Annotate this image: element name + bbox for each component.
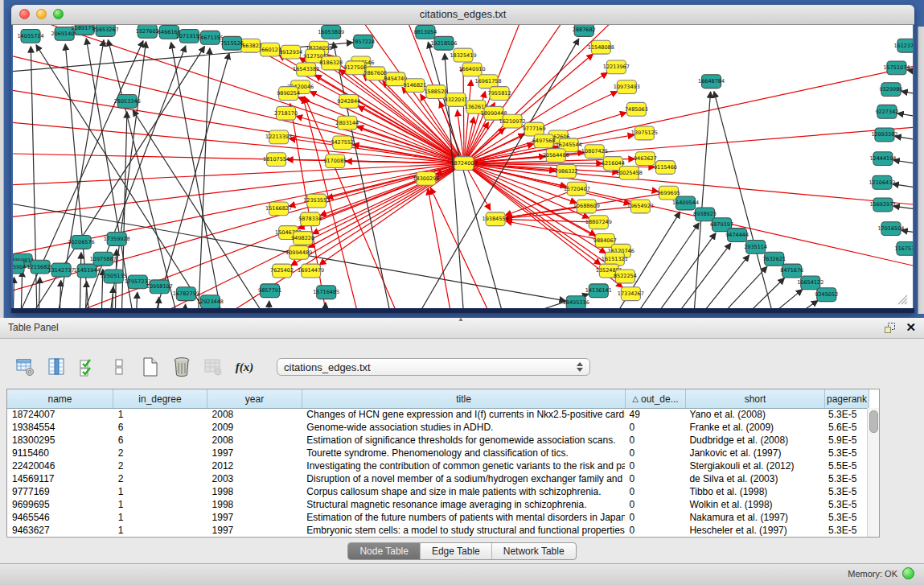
table-cell: Yano et al. (2008)	[684, 408, 823, 421]
graph-node-label: 13142737	[48, 267, 75, 274]
citation-edge-black[interactable]	[445, 54, 464, 308]
new-table-icon[interactable]	[140, 356, 161, 377]
scrollbar-thumb[interactable]	[869, 410, 878, 433]
citation-edge-red[interactable]	[464, 60, 913, 163]
table-row[interactable]: 2242004622012Investigating the contribut…	[7, 459, 868, 472]
tab-network-table[interactable]: Network Table	[492, 543, 576, 559]
graph-node-label: 10688609	[573, 203, 600, 209]
graph-node-label: 9699695	[657, 190, 680, 196]
column-header-short[interactable]: short	[686, 389, 825, 408]
table-row[interactable]: 946362711997Embryonic stem cells: a mode…	[7, 524, 868, 537]
citation-edge-red[interactable]	[13, 80, 464, 163]
table-cell: 22420046	[7, 459, 113, 472]
citation-edge-black[interactable]	[136, 292, 137, 308]
citation-edge-black[interactable]	[269, 301, 269, 308]
citation-edge-black[interactable]	[39, 277, 40, 308]
table-row[interactable]: 946554611997Estimation of the future num…	[7, 511, 868, 524]
column-header-in_degree[interactable]: in_degree	[113, 389, 207, 408]
column-header-year[interactable]: year	[207, 389, 302, 408]
citation-edge-red[interactable]	[428, 188, 452, 308]
citation-edge-black[interactable]	[109, 42, 146, 308]
column-header-pagerank[interactable]: pagerank	[825, 389, 869, 408]
table-cell: 0	[625, 434, 685, 447]
table-cell: 0	[625, 524, 685, 537]
table-toolbar: f(x) citations_edges.txt	[14, 354, 590, 380]
table-row[interactable]: 969969511998Structural magnetic resonanc…	[7, 498, 868, 511]
graph-node-label: 1527602	[136, 28, 159, 35]
citation-edge-black[interactable]	[80, 253, 81, 308]
table-cell: 1	[113, 498, 207, 511]
citation-edge-black[interactable]	[154, 53, 229, 308]
graph-node-label: 2718170	[274, 110, 298, 117]
canvas-resize-grip-icon[interactable]	[895, 294, 908, 305]
citation-edge-red[interactable]	[430, 187, 492, 308]
citation-edge-red[interactable]	[308, 163, 464, 248]
table-row[interactable]: 1456911722003Disruption of a novel membe…	[7, 472, 868, 485]
table-cell: 9463627	[7, 524, 113, 537]
table-cell: 18300295	[7, 434, 113, 447]
citation-edge-black[interactable]	[60, 280, 61, 308]
graph-node-label: 9857791	[258, 287, 281, 294]
function-builder-icon[interactable]: f(x)	[234, 356, 255, 377]
graph-node-label: 15123704	[893, 43, 913, 49]
citation-edge-red[interactable]	[463, 65, 464, 163]
tab-edge-table[interactable]: Edge Table	[421, 543, 492, 559]
citation-edge-black[interactable]	[698, 255, 749, 308]
table-row[interactable]: 911546021997Tourette syndrome. Phenomeno…	[7, 447, 868, 459]
graph-node-label: 10654122	[797, 279, 823, 286]
graph-node-label: 7485063	[625, 106, 648, 113]
float-panel-icon[interactable]	[884, 322, 896, 334]
citation-edge-red[interactable]	[13, 163, 464, 188]
show-columns-icon[interactable]	[46, 356, 67, 377]
citation-edge-black[interactable]	[673, 243, 730, 308]
table-row[interactable]: 1830029562008Estimation of significance …	[7, 434, 868, 447]
graph-node-label: 10958107	[146, 283, 173, 290]
column-header-out_de[interactable]: △out_de...	[626, 389, 686, 408]
memory-status-led[interactable]	[902, 567, 914, 579]
citation-edge-black[interactable]	[766, 290, 803, 308]
citation-edge-black[interactable]	[158, 297, 158, 308]
table-cell: 9465546	[7, 511, 113, 524]
network-window-titlebar[interactable]: citations_edges.txt	[11, 5, 914, 25]
table-row[interactable]: 1938455462009Genome-wide association stu…	[7, 421, 868, 434]
tab-node-table[interactable]: Node Table	[348, 543, 421, 559]
table-selector-dropdown[interactable]: citations_edges.txt	[277, 358, 590, 376]
table-cell: 2012	[207, 459, 302, 472]
graph-node-label: 10653267	[92, 27, 119, 33]
graph-node-label: 3915904	[13, 264, 26, 270]
memory-status-label: Memory: OK	[848, 569, 897, 579]
table-cell: Investigating the contribution of common…	[302, 459, 624, 472]
table-options-icon[interactable]	[14, 356, 35, 377]
citation-edge-black[interactable]	[893, 184, 913, 190]
delete-rows-icon[interactable]	[171, 356, 192, 377]
citation-edge-black[interactable]	[897, 113, 913, 119]
network-view-window[interactable]: citations_edges.txt 18724007183002951938…	[11, 5, 914, 313]
close-panel-icon[interactable]: ✕	[906, 320, 916, 335]
unselect-all-icon[interactable]	[109, 356, 129, 377]
table-cell: Structural magnetic resonance image aver…	[302, 498, 624, 511]
citation-edge-black[interactable]	[742, 278, 785, 308]
graph-node-label: 8912934	[279, 49, 302, 56]
citation-edge-black[interactable]	[13, 277, 14, 308]
table-cell: 0	[625, 498, 685, 511]
table-row[interactable]: 1872400712008Changes of HCN gene express…	[7, 408, 868, 421]
splitter-grip-icon[interactable]: ▲	[457, 317, 465, 322]
network-desktop: citations_edges.txt 18724007183002951938…	[0, 0, 924, 318]
table-panel-title: Table Panel	[8, 322, 59, 333]
graph-node-label: 2935114	[744, 244, 767, 250]
graph-node-label: 7625402	[270, 268, 294, 274]
citation-edge-black[interactable]	[21, 271, 23, 308]
citation-edge-black[interactable]	[901, 91, 913, 97]
table-vertical-scrollbar[interactable]	[867, 408, 879, 537]
select-all-icon[interactable]	[77, 356, 98, 377]
graph-node-label: 16782759	[173, 290, 199, 297]
table-cell: Corpus callosum shape and size in male p…	[302, 485, 624, 498]
citation-edge-black[interactable]	[198, 48, 209, 308]
column-header-title[interactable]: title	[302, 389, 626, 408]
citation-edge-black[interactable]	[714, 92, 774, 308]
citation-edge-black[interactable]	[791, 300, 818, 308]
table-cell: 1998	[207, 485, 302, 498]
column-header-name[interactable]: name	[7, 389, 113, 408]
network-canvas[interactable]: 1872400718300295193845549660123766382289…	[13, 25, 913, 308]
table-row[interactable]: 977716911998Corpus callosum shape and si…	[7, 485, 868, 498]
